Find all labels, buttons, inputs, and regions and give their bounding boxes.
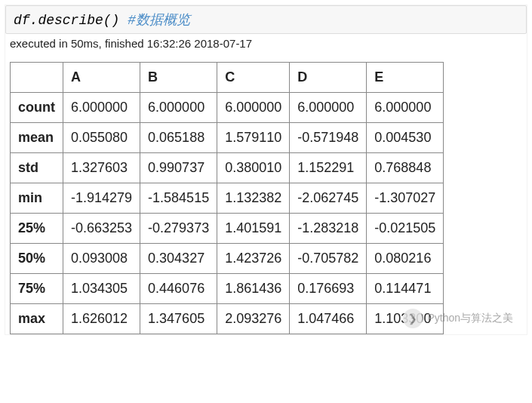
- table-row: min -1.914279 -1.584515 1.132382 -2.0627…: [11, 183, 444, 214]
- column-header: B: [140, 63, 217, 93]
- table-row: mean 0.055080 0.065188 1.579110 -0.57194…: [11, 123, 444, 153]
- watermark-glyph: ❯: [408, 312, 417, 325]
- table-cell: -0.279373: [140, 214, 217, 244]
- watermark-icon: ❯: [403, 309, 423, 328]
- table-cell: 0.080216: [367, 244, 444, 274]
- table-header: A B C D E: [11, 63, 444, 93]
- table-cell: 0.768848: [367, 153, 444, 183]
- table-cell: 0.055080: [63, 123, 140, 153]
- row-index: min: [11, 183, 63, 214]
- table-cell: -0.705782: [290, 244, 367, 274]
- table-cell: -0.571948: [290, 123, 367, 153]
- table-cell: -1.584515: [140, 183, 217, 214]
- table-row: std 1.327603 0.990737 0.380010 1.152291 …: [11, 153, 444, 183]
- table-row: 50% 0.093008 0.304327 1.423726 -0.705782…: [11, 244, 444, 274]
- dataframe-table: A B C D E count 6.000000 6.000000 6.0000…: [10, 62, 444, 334]
- table-cell: 0.004530: [367, 123, 444, 153]
- table-cell: 1.132382: [217, 183, 290, 214]
- table-cell: 0.114471: [367, 274, 444, 304]
- table-cell: 1.152291: [290, 153, 367, 183]
- row-index: count: [11, 93, 63, 123]
- output-area: A B C D E count 6.000000 6.000000 6.0000…: [5, 57, 527, 334]
- table-cell: 2.093276: [217, 304, 290, 334]
- table-cell: 0.990737: [140, 153, 217, 183]
- table-cell: 1.034305: [63, 274, 140, 304]
- table-cell: 1.401591: [217, 214, 290, 244]
- watermark: ❯ Python与算法之美: [403, 309, 513, 328]
- table-cell: 1.579110: [217, 123, 290, 153]
- table-cell: -1.283218: [290, 214, 367, 244]
- table-header-row: A B C D E: [11, 63, 444, 93]
- table-cell: 1.423726: [217, 244, 290, 274]
- table-cell: 6.000000: [140, 93, 217, 123]
- watermark-text: Python与算法之美: [427, 312, 513, 325]
- table-cell: 0.176693: [290, 274, 367, 304]
- row-index: 75%: [11, 274, 63, 304]
- table-row: 75% 1.034305 0.446076 1.861436 0.176693 …: [11, 274, 444, 304]
- table-body: count 6.000000 6.000000 6.000000 6.00000…: [11, 93, 444, 334]
- code-comment: #数据概览: [128, 13, 190, 28]
- column-header: E: [367, 63, 444, 93]
- table-cell: 6.000000: [290, 93, 367, 123]
- table-corner-cell: [11, 63, 63, 93]
- table-cell: -1.914279: [63, 183, 140, 214]
- table-cell: 6.000000: [367, 93, 444, 123]
- table-cell: -0.663253: [63, 214, 140, 244]
- row-index: mean: [11, 123, 63, 153]
- table-cell: -1.307027: [367, 183, 444, 214]
- execution-status: executed in 50ms, finished 16:32:26 2018…: [5, 34, 527, 57]
- table-cell: 1.047466: [290, 304, 367, 334]
- table-cell: -0.021505: [367, 214, 444, 244]
- notebook-cell-container: df.describe() #数据概览 executed in 50ms, fi…: [5, 5, 527, 335]
- table-cell: 6.000000: [217, 93, 290, 123]
- table-cell: 0.093008: [63, 244, 140, 274]
- code-input-cell[interactable]: df.describe() #数据概览: [5, 5, 527, 34]
- table-row: 25% -0.663253 -0.279373 1.401591 -1.2832…: [11, 214, 444, 244]
- table-cell: 0.304327: [140, 244, 217, 274]
- table-cell: 1.626012: [63, 304, 140, 334]
- row-index: std: [11, 153, 63, 183]
- row-index: 50%: [11, 244, 63, 274]
- code-expression: df.describe(): [14, 13, 119, 28]
- table-cell: 1.327603: [63, 153, 140, 183]
- table-cell: 6.000000: [63, 93, 140, 123]
- table-cell: 0.446076: [140, 274, 217, 304]
- row-index: max: [11, 304, 63, 334]
- column-header: A: [63, 63, 140, 93]
- column-header: C: [217, 63, 290, 93]
- table-row: count 6.000000 6.000000 6.000000 6.00000…: [11, 93, 444, 123]
- table-cell: 0.380010: [217, 153, 290, 183]
- table-cell: -2.062745: [290, 183, 367, 214]
- table-cell: 1.347605: [140, 304, 217, 334]
- table-cell: 1.861436: [217, 274, 290, 304]
- row-index: 25%: [11, 214, 63, 244]
- table-row: max 1.626012 1.347605 2.093276 1.047466 …: [11, 304, 444, 334]
- column-header: D: [290, 63, 367, 93]
- table-cell: 0.065188: [140, 123, 217, 153]
